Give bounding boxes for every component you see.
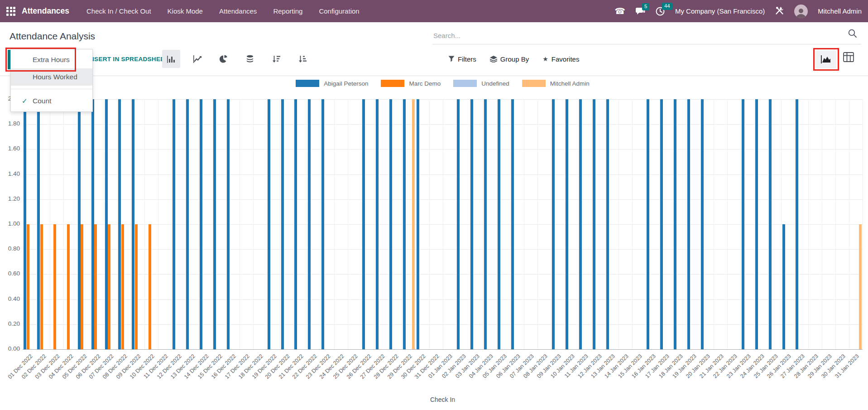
legend-item[interactable]: Abigail Peterson [296,80,368,87]
bar[interactable] [742,99,744,349]
bar[interactable] [308,99,311,349]
bar[interactable] [579,99,582,349]
bar[interactable] [484,99,487,349]
gridline-vertical [646,99,646,349]
measure-option-count[interactable]: ✓ Count [11,92,92,110]
bar[interactable] [660,99,663,349]
legend-item[interactable]: Marc Demo [381,80,441,87]
bar[interactable] [389,99,392,349]
gridline-vertical [240,99,240,349]
bar[interactable] [796,99,798,349]
measure-option-hours-worked[interactable]: Hours Worked [11,68,92,86]
gridline-vertical [334,99,335,349]
bar[interactable] [376,99,379,349]
gridline-vertical [388,99,389,349]
bar[interactable] [91,99,94,349]
gridline-vertical [293,99,294,349]
gridline-vertical [91,99,91,349]
bar[interactable] [227,99,230,349]
y-axis-label: 1.40 [1,170,20,177]
gridline-vertical [619,99,619,349]
x-axis-title: Check In [23,396,863,403]
bar[interactable] [552,99,555,349]
gridline-vertical [835,99,836,349]
bar[interactable] [417,99,419,349]
gridline-vertical [727,99,728,349]
bar[interactable] [37,99,40,349]
bar[interactable] [149,224,151,349]
bar[interactable] [281,99,284,349]
attendance-analysis-page: Attendances Check In / Check Out Kiosk M… [0,0,868,410]
bar[interactable] [81,224,83,349]
legend-swatch [381,80,404,87]
bar[interactable] [701,99,704,349]
legend-swatch [453,80,477,87]
gridline-vertical [781,99,782,349]
bar[interactable] [67,224,70,349]
measure-option-extra-hours[interactable]: Extra Hours [11,51,92,68]
legend-item[interactable]: Undefined [453,80,509,87]
gridline-vertical [470,99,470,349]
bar[interactable] [674,99,676,349]
y-axis-label: 0.00 [1,345,20,352]
bar[interactable] [687,99,690,349]
gridline-vertical [158,99,158,349]
bar[interactable] [173,99,175,349]
bar[interactable] [511,99,514,349]
bar[interactable] [769,99,772,349]
bar[interactable] [412,99,415,349]
bar[interactable] [105,99,108,349]
bar[interactable] [362,99,365,349]
gridline-vertical [754,99,755,349]
bar[interactable] [118,99,121,349]
bar[interactable] [135,224,138,349]
gridline-vertical [497,99,497,349]
gridline-vertical [443,99,443,349]
y-axis-label: 1.80 [1,120,20,127]
bar[interactable] [213,99,216,349]
bar[interactable] [186,99,189,349]
bar[interactable] [647,99,649,349]
gridline-vertical [659,99,660,349]
bar[interactable] [593,99,595,349]
gridline-vertical [673,99,673,349]
bar[interactable] [94,224,97,349]
legend-item[interactable]: Mitchell Admin [522,80,590,87]
gridline-vertical [348,99,348,349]
bar[interactable] [457,99,460,349]
bar[interactable] [859,224,862,349]
bar[interactable] [782,224,785,349]
bar[interactable] [78,99,81,349]
gridline-vertical [429,99,430,349]
bar[interactable] [24,99,26,349]
bar[interactable] [200,99,202,349]
gridline-vertical [375,99,375,349]
bar[interactable] [268,99,270,349]
bar[interactable] [121,224,124,349]
bar[interactable] [53,224,56,349]
bar[interactable] [40,224,43,349]
bar[interactable] [294,99,297,349]
bar[interactable] [403,99,406,349]
gridline-vertical [795,99,795,349]
gridline-vertical [822,99,822,349]
bar[interactable] [498,99,500,349]
legend-label: Undefined [481,80,509,87]
measures-dropdown: Extra Hours Hours Worked ✓ Count [10,49,93,112]
bar[interactable] [27,224,29,349]
bar[interactable] [755,99,758,349]
bar[interactable] [470,99,473,349]
gridline-vertical [700,99,700,349]
gridline-vertical [23,99,23,349]
bar[interactable] [566,99,568,349]
bar[interactable] [108,224,110,349]
gridline-vertical [212,99,213,349]
gridline-vertical [199,99,199,349]
gridline-vertical [172,99,172,349]
y-axis-label: 1.60 [1,145,20,152]
y-axis-label: 1.00 [1,220,20,227]
bar[interactable] [606,99,609,349]
bar[interactable] [132,99,134,349]
gridline-vertical [416,99,416,349]
bar[interactable] [321,99,324,349]
